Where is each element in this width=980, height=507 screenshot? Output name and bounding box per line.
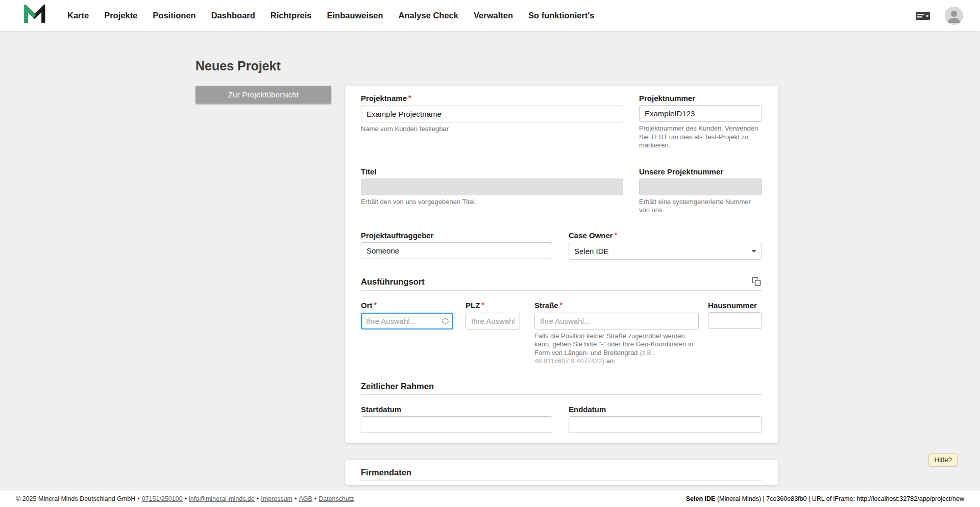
field-case-owner: Case Owner* Selen IDE bbox=[569, 231, 762, 260]
case-owner-select[interactable]: Selen IDE bbox=[569, 243, 762, 260]
startdatum-label: Startdatum bbox=[361, 405, 552, 414]
chevron-down-icon bbox=[751, 250, 756, 252]
field-unsere-projektnummer: Unsere Projektnummer Erhält eine systemg… bbox=[639, 167, 762, 215]
case-owner-value: Selen IDE bbox=[574, 247, 751, 256]
strasse-input[interactable] bbox=[534, 313, 699, 329]
hausnummer-label: Hausnummer bbox=[708, 301, 762, 310]
titel-input bbox=[361, 179, 623, 195]
unsere-projektnummer-input bbox=[639, 179, 762, 195]
strasse-label: Straße bbox=[534, 301, 558, 310]
main-content: Neues Projekt Zur Projektübersicht Proje… bbox=[0, 31, 980, 491]
projektauftraggeber-label: Projektauftraggeber bbox=[361, 231, 552, 240]
case-owner-label: Case Owner bbox=[569, 231, 613, 240]
section-zeitlicher-rahmen-title: Zeitlicher Rahmen bbox=[361, 381, 434, 391]
copy-icon[interactable] bbox=[751, 276, 762, 287]
footer-phone-link[interactable]: 07151/250100 bbox=[142, 495, 183, 502]
projektname-label: Projektname bbox=[361, 94, 407, 103]
titel-helper: Erhält den von uns vorgegebenen Titel. bbox=[361, 198, 623, 207]
projektnummer-label: Projektnummer bbox=[639, 94, 762, 103]
ort-label: Ort bbox=[361, 301, 373, 310]
required-asterisk: * bbox=[408, 94, 411, 102]
footer-email-link[interactable]: info@mineral-minds.de bbox=[189, 495, 255, 502]
nav-item-analyse-check[interactable]: Analyse Check bbox=[391, 0, 466, 31]
field-hausnummer: Hausnummer bbox=[708, 301, 762, 366]
navbar-right bbox=[915, 7, 963, 25]
footer-separator: • bbox=[185, 495, 187, 502]
strasse-helper: Falls die Position keiner Straße zugeord… bbox=[534, 332, 699, 366]
row-titel-unsere-projektnummer: Titel Erhält den von uns vorgegebenen Ti… bbox=[361, 167, 762, 215]
server-icon[interactable] bbox=[915, 10, 930, 21]
projektname-input[interactable] bbox=[361, 106, 623, 122]
firmendaten-card: Firmendaten bbox=[345, 460, 778, 485]
nav-item-so-funktionierts[interactable]: So funktioniert's bbox=[521, 0, 602, 31]
nav-item-projekte[interactable]: Projekte bbox=[96, 0, 145, 31]
unsere-projektnummer-label: Unsere Projektnummer bbox=[639, 167, 762, 176]
help-button[interactable]: Hilfe? bbox=[928, 453, 958, 466]
form-column: Projektname* Name vom Kunden festlegbar … bbox=[345, 86, 778, 485]
footer-user-name: Selen IDE bbox=[686, 495, 716, 502]
nav-item-karte[interactable]: Karte bbox=[60, 0, 96, 31]
projektnummer-helper: Projektnummer des Kunden. Verwenden Sie … bbox=[639, 124, 762, 150]
section-firmendaten-header: Firmendaten bbox=[361, 467, 762, 481]
strasse-helper-suffix: an. bbox=[604, 357, 616, 365]
row-ort-plz-strasse-hausnummer: Ort* PLZ* Straße* bbox=[361, 301, 762, 366]
back-to-project-overview-button[interactable]: Zur Projektübersicht bbox=[195, 86, 331, 104]
footer-impressum-link[interactable]: Impressum bbox=[261, 495, 292, 502]
page-title: Neues Projekt bbox=[195, 58, 281, 73]
plz-label: PLZ bbox=[465, 301, 480, 310]
footer-session-info: Selen IDE (Mineral Minds) | 7ce360e83fb0… bbox=[686, 495, 964, 502]
field-enddatum: Enddatum bbox=[569, 405, 762, 433]
titel-label: Titel bbox=[361, 167, 623, 176]
enddatum-input[interactable] bbox=[569, 416, 762, 433]
footer-agb-link[interactable]: AGB bbox=[299, 495, 312, 502]
footer-separator: • bbox=[137, 495, 139, 502]
unsere-projektnummer-helper: Erhält eine systemgenerierte Nummer von … bbox=[639, 198, 762, 215]
footer-datenschutz-link[interactable]: Datenschutz bbox=[318, 495, 354, 502]
field-plz: PLZ* bbox=[465, 301, 520, 366]
section-ausfuehrungsort-title: Ausführungsort bbox=[361, 276, 425, 287]
footer-separator: • bbox=[314, 495, 316, 502]
footer: © 2025 Mineral Minds Deutschland GmbH • … bbox=[0, 491, 980, 507]
row-startdatum-enddatum: Startdatum Enddatum bbox=[361, 405, 762, 433]
field-projektauftraggeber: Projektauftraggeber bbox=[361, 231, 552, 260]
projektnummer-input[interactable] bbox=[639, 105, 762, 122]
row-auftraggeber-caseowner: Projektauftraggeber Case Owner* Selen ID… bbox=[361, 231, 762, 260]
footer-left: © 2025 Mineral Minds Deutschland GmbH • … bbox=[16, 495, 354, 502]
ort-input[interactable] bbox=[366, 317, 442, 325]
brand-logo[interactable] bbox=[24, 5, 45, 27]
required-asterisk: * bbox=[615, 231, 617, 239]
required-asterisk: * bbox=[374, 301, 377, 309]
footer-separator: • bbox=[257, 495, 259, 502]
top-navbar: Karte Projekte Positionen Dashboard Rich… bbox=[0, 0, 980, 31]
user-avatar-icon[interactable] bbox=[945, 7, 963, 25]
brand-logo-icon bbox=[24, 5, 45, 27]
loading-spinner-icon bbox=[442, 318, 449, 324]
row-projektname-projektnummer: Projektname* Name vom Kunden festlegbar … bbox=[361, 94, 762, 150]
nav-item-einbauweisen[interactable]: Einbauweisen bbox=[320, 0, 391, 31]
nav-item-verwalten[interactable]: Verwalten bbox=[466, 0, 521, 31]
startdatum-input[interactable] bbox=[361, 416, 552, 433]
nav-item-positionen[interactable]: Positionen bbox=[145, 0, 203, 31]
plz-input[interactable] bbox=[465, 313, 520, 329]
required-asterisk: * bbox=[481, 301, 484, 309]
main-nav: Karte Projekte Positionen Dashboard Rich… bbox=[60, 0, 915, 31]
section-ausfuehrungsort-header: Ausführungsort bbox=[361, 276, 762, 291]
projektname-helper: Name vom Kunden festlegbar bbox=[361, 125, 623, 134]
ort-input-wrapper bbox=[361, 313, 453, 329]
hausnummer-input[interactable] bbox=[708, 312, 762, 329]
field-projektnummer: Projektnummer Projektnummer des Kunden. … bbox=[639, 94, 762, 150]
section-firmendaten-title: Firmendaten bbox=[361, 467, 411, 477]
project-form-card: Projektname* Name vom Kunden festlegbar … bbox=[345, 86, 778, 443]
field-projektname: Projektname* Name vom Kunden festlegbar bbox=[361, 94, 623, 150]
footer-session-details: (Mineral Minds) | 7ce360e83fb0 | URL of … bbox=[715, 495, 964, 502]
nav-item-dashboard[interactable]: Dashboard bbox=[204, 0, 263, 31]
field-startdatum: Startdatum bbox=[361, 405, 552, 433]
nav-item-richtpreis[interactable]: Richtpreis bbox=[263, 0, 320, 31]
section-zeitlicher-rahmen-header: Zeitlicher Rahmen bbox=[361, 381, 762, 395]
projektauftraggeber-input[interactable] bbox=[361, 242, 552, 259]
required-asterisk: * bbox=[560, 301, 562, 309]
footer-copyright: © 2025 Mineral Minds Deutschland GmbH bbox=[16, 495, 135, 502]
enddatum-label: Enddatum bbox=[569, 405, 762, 414]
footer-separator: • bbox=[295, 495, 297, 502]
field-ort: Ort* bbox=[361, 301, 453, 366]
